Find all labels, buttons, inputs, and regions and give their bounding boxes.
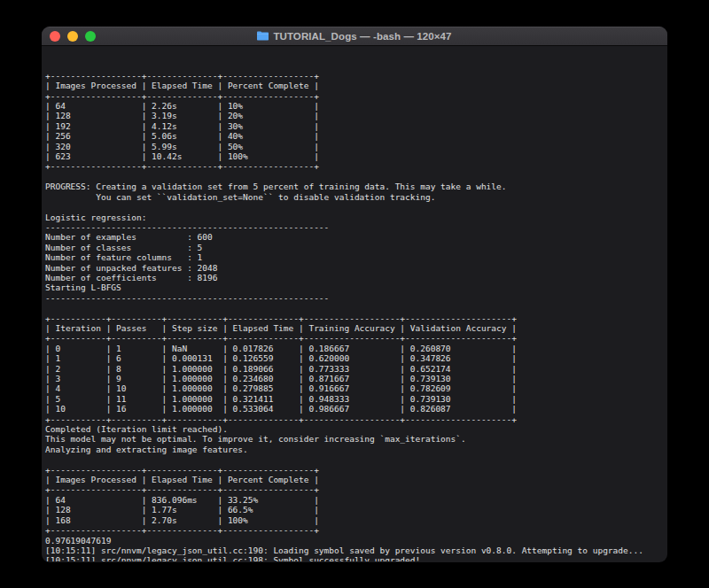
window-controls [42, 31, 96, 42]
lbfgs-iteration-table-line: | 5 | 11 | 1.000000 | 0.321411 | 0.94833… [45, 394, 664, 404]
image-processing-table-2-line: +------------------+--------------+-----… [45, 525, 664, 535]
lbfgs-iteration-table-line: | 3 | 9 | 1.000000 | 0.234680 | 0.871667… [45, 374, 664, 383]
terminal-output: +------------------+--------------+-----… [45, 71, 664, 561]
lbfgs-iteration-table-line: +-----------+----------+-----------+----… [45, 313, 664, 323]
image-processing-table-1-line: +------------------+--------------+-----… [45, 71, 664, 81]
terminal-text-line: [10:15:11] src/nnvm/legacy_json_util.cc:… [45, 545, 664, 555]
lbfgs-iteration-table-line: | 10 | 16 | 1.000000 | 0.533064 | 0.9866… [45, 404, 664, 414]
window-title-group: TUTORIAL_Dogs — -bash — 120×47 [42, 27, 667, 45]
lbfgs-iteration-table-line: +-----------+----------+-----------+----… [45, 414, 664, 424]
lbfgs-iteration-table-line: | 4 | 10 | 1.000000 | 0.279885 | 0.91666… [45, 383, 664, 393]
terminal-stat-line: Number of coefficients : 8196 [45, 273, 664, 282]
terminal-rule-line: ----------------------------------------… [45, 293, 664, 303]
image-processing-table-2-line: +------------------+--------------+-----… [45, 484, 664, 494]
image-processing-table-2-line: +------------------+--------------+-----… [45, 465, 664, 475]
folder-icon [257, 31, 269, 41]
image-processing-table-1-line: | 128 | 3.19s | 20% | [45, 111, 664, 120]
terminal-text-line: Starting L-BFGS [45, 282, 664, 292]
terminal-stat-line: Number of examples : 600 [45, 232, 664, 242]
terminal-text-line: This model may not be optimal. To improv… [45, 434, 664, 444]
terminal-text-line: Analyzing and extracting image features. [45, 445, 664, 454]
image-processing-table-1-line: +------------------+--------------+-----… [45, 161, 664, 171]
terminal-stat-line: Number of feature columns : 1 [45, 252, 664, 262]
image-processing-table-1-line: | 320 | 5.99s | 50% | [45, 142, 664, 151]
image-processing-table-1-line: | 256 | 5.06s | 40% | [45, 131, 664, 141]
image-processing-table-2-line: | 64 | 836.096ms | 33.25% | [45, 495, 664, 505]
image-processing-table-1-line: | Images Processed | Elapsed Time | Perc… [45, 81, 664, 90]
minimize-button[interactable] [67, 31, 78, 42]
close-button[interactable] [50, 31, 60, 42]
zoom-button[interactable] [85, 31, 96, 42]
image-processing-table-2-line: | Images Processed | Elapsed Time | Perc… [45, 475, 664, 484]
lbfgs-iteration-table-line: | Iteration | Passes | Step size | Elaps… [45, 323, 664, 333]
image-processing-table-1-line: | 192 | 4.12s | 30% | [45, 121, 664, 131]
terminal-blank-line [45, 172, 664, 182]
terminal-text-line: You can set ``validation_set=None`` to d… [45, 192, 664, 202]
terminal-text-line: 0.97619047619 [45, 536, 664, 545]
terminal-blank-line [45, 303, 664, 313]
lbfgs-iteration-table-line: | 0 | 1 | NaN | 0.017826 | 0.186667 | 0.… [45, 344, 664, 353]
image-processing-table-2-line: | 168 | 2.70s | 100% | [45, 515, 664, 525]
lbfgs-iteration-table-line: +-----------+----------+-----------+----… [45, 333, 664, 343]
terminal-stat-line: Number of unpacked features : 2048 [45, 263, 664, 273]
terminal-blank-line [45, 202, 664, 212]
window-title: TUTORIAL_Dogs — -bash — 120×47 [273, 31, 451, 42]
image-processing-table-1-line: | 64 | 2.26s | 10% | [45, 101, 664, 111]
lbfgs-iteration-table-line: | 2 | 8 | 1.000000 | 0.189066 | 0.773333… [45, 364, 664, 374]
terminal-text-line: [10:15:11] src/nnvm/legacy_json_util.cc:… [45, 555, 664, 561]
lbfgs-iteration-table-line: | 1 | 6 | 0.000131 | 0.126559 | 0.620000… [45, 353, 664, 363]
image-processing-table-2-line: | 128 | 1.77s | 66.5% | [45, 505, 664, 514]
terminal-window: TUTORIAL_Dogs — -bash — 120×47 +--------… [42, 27, 667, 562]
terminal-text-line: Completed (Iteration limit reached). [45, 424, 664, 434]
terminal-rule-line: ----------------------------------------… [45, 222, 664, 232]
terminal-stat-line: Number of classes : 5 [45, 243, 664, 252]
desktop: { "colors": { "page-bg": "#000000", "win… [0, 0, 709, 588]
terminal-text-line: Logistic regression: [45, 213, 664, 222]
terminal-body[interactable]: +------------------+--------------+-----… [42, 46, 667, 561]
window-titlebar[interactable]: TUTORIAL_Dogs — -bash — 120×47 [42, 27, 667, 46]
terminal-text-line: PROGRESS: Creating a validation set from… [45, 182, 664, 191]
image-processing-table-1-line: +------------------+--------------+-----… [45, 91, 664, 101]
terminal-blank-line [45, 454, 664, 464]
image-processing-table-1-line: | 623 | 10.42s | 100% | [45, 151, 664, 161]
